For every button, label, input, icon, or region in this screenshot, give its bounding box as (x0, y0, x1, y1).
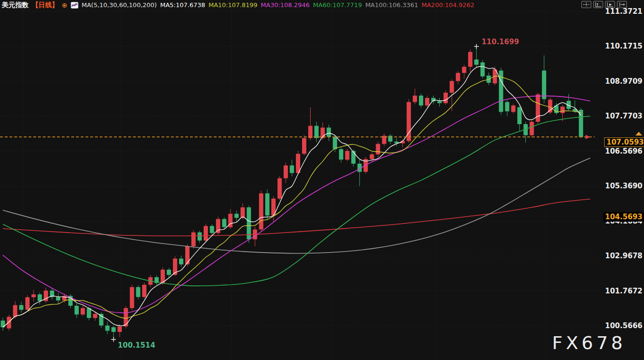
ma30-legend: MA30:108.2946 (261, 1, 310, 9)
chart-header: 美元指数 【日线】 ⊕ MA(5,10,30,60,100,200) MA5:1… (2, 0, 474, 10)
axis-scale-button[interactable] (593, 1, 603, 8)
ma60-legend: MA60:107.7719 (313, 1, 362, 9)
y-axis-tick-label: 101.7672 (605, 287, 643, 295)
y-axis-tick-label: 100.5666 (605, 321, 643, 330)
y-axis-tick-label: 108.9709 (605, 77, 643, 86)
watermark: FX678 (552, 332, 626, 353)
add-indicator-icon[interactable]: ⊕ (62, 2, 67, 9)
y-axis-tick-label: 111.3721 (605, 7, 643, 16)
ma200-legend: MA200:104.9262 (422, 1, 474, 9)
ma10-legend: MA10:107.8199 (208, 1, 257, 9)
marked-price-label: 104.5693 (603, 212, 644, 222)
chart-app: 110.1699100.1514 美元指数 【日线】 ⊕ MA(5,10,30,… (0, 0, 644, 360)
candlestick-chart[interactable]: 110.1699100.1514 (0, 0, 644, 360)
jump-to-latest-button[interactable] (617, 1, 627, 8)
y-axis-tick-label: 107.7703 (605, 112, 643, 120)
y-axis-tick-label: 106.5696 (605, 147, 643, 156)
ma-params-label: MA(5,10,30,60,100,200) (82, 1, 157, 9)
axis-scale-icon (595, 2, 602, 7)
symbol-name: 美元指数 (2, 1, 28, 10)
svg-text:100.1514: 100.1514 (118, 341, 155, 350)
crosshair-icon (583, 2, 590, 7)
playback-icon (606, 2, 614, 7)
chart-toolbar (581, 1, 627, 8)
y-axis-tick-label: 105.3690 (605, 182, 643, 190)
ma5-legend: MA5:107.6738 (160, 1, 205, 9)
playback-button[interactable] (605, 1, 615, 8)
current-price-label: 107.0593 (604, 137, 644, 147)
crosshair-button[interactable] (581, 1, 591, 8)
period-label[interactable]: 【日线】 (32, 1, 58, 10)
mini-chart-icon (71, 2, 78, 9)
ma100-legend: MA100:106.3361 (365, 1, 418, 9)
y-axis-tick-label: 102.9678 (605, 252, 643, 260)
y-axis-tick-label: 110.1715 (605, 42, 643, 50)
svg-text:110.1699: 110.1699 (482, 38, 519, 46)
jump-to-latest-icon (618, 2, 625, 7)
